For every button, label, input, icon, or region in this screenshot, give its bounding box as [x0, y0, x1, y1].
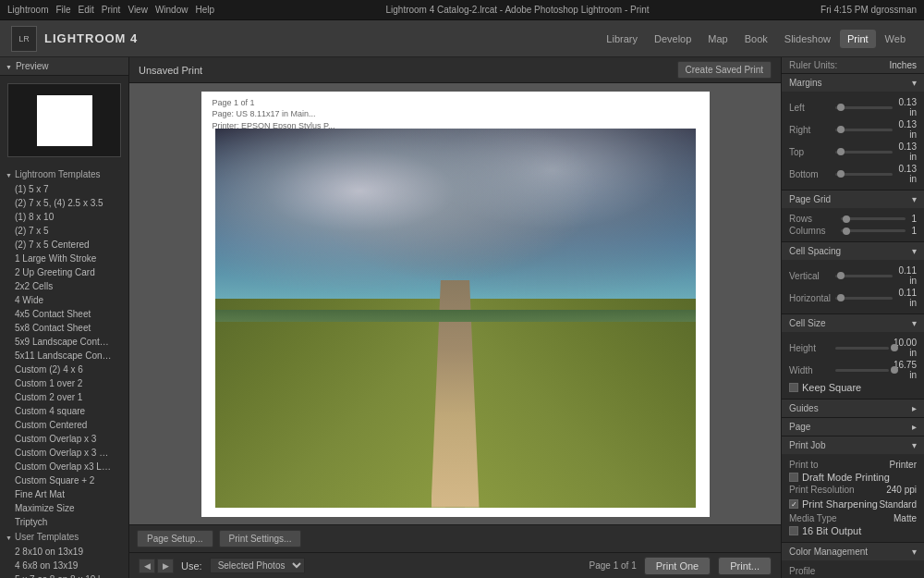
- margin-right-slider[interactable]: [835, 129, 893, 131]
- create-saved-print-button[interactable]: Create Saved Print: [677, 61, 772, 79]
- profile-label: Profile: [789, 566, 835, 576]
- page-setup-bar: Page Setup... Print Settings...: [129, 524, 781, 552]
- template-item[interactable]: (1) 8 x 10: [0, 210, 128, 224]
- template-item[interactable]: Triptych: [0, 515, 128, 529]
- tab-book[interactable]: Book: [737, 30, 775, 48]
- columns-slider[interactable]: [841, 229, 906, 232]
- media-type-value[interactable]: Matte: [894, 513, 917, 523]
- tab-slideshow[interactable]: Slideshow: [777, 30, 838, 48]
- vertical-spacing-slider[interactable]: [835, 275, 893, 277]
- template-item[interactable]: Custom (2) 4 x 6: [0, 363, 128, 376]
- margin-left-slider[interactable]: [835, 106, 893, 109]
- page-grid-content: Rows 1 Columns 1: [782, 208, 924, 241]
- page-label: Page 1 of 1: [213, 97, 335, 109]
- rows-slider[interactable]: [841, 217, 906, 220]
- print-button[interactable]: Print...: [718, 557, 772, 575]
- tab-web[interactable]: Web: [878, 30, 913, 48]
- bit-output-checkbox[interactable]: [789, 526, 798, 535]
- media-type-label: Media Type: [789, 513, 837, 523]
- template-item[interactable]: (2) 7 x 5: [0, 224, 128, 238]
- app-menu-lightroom[interactable]: Lightroom: [7, 5, 48, 15]
- margin-right-label: Right: [789, 125, 835, 135]
- cell-spacing-header[interactable]: Cell Spacing ▾: [782, 242, 924, 260]
- tab-library[interactable]: Library: [599, 30, 645, 48]
- next-page-button[interactable]: ▶: [157, 559, 174, 573]
- template-item[interactable]: 1 Large With Stroke: [0, 252, 128, 265]
- margins-section-header[interactable]: Margins ▾: [782, 74, 924, 92]
- guides-header[interactable]: Guides ▸: [782, 400, 924, 417]
- template-item[interactable]: 4 Wide: [0, 293, 128, 307]
- horizontal-spacing-slider[interactable]: [835, 297, 893, 300]
- template-item[interactable]: Custom Centered: [0, 418, 128, 432]
- page-grid-header[interactable]: Page Grid ▾: [782, 191, 924, 208]
- tab-develop[interactable]: Develop: [647, 30, 699, 48]
- print-page: Page 1 of 1 Page: US 8.11x17 in Main... …: [201, 92, 710, 517]
- app-menu-file[interactable]: File: [55, 5, 70, 15]
- horizontal-spacing-row: Horizontal 0.11 in: [789, 288, 917, 308]
- template-item[interactable]: 5 x 7 as 8 on 8 x 10 letter p...: [0, 572, 128, 578]
- tab-print[interactable]: Print: [840, 30, 876, 48]
- print-job-header[interactable]: Print Job ▾: [782, 437, 924, 454]
- template-item[interactable]: Custom Square + 2: [0, 473, 128, 487]
- template-item[interactable]: 4 6x8 on 13x19: [0, 559, 128, 572]
- color-management-content: Profile Epson_SP3880_Hot_Press_Bright_MK…: [782, 560, 924, 578]
- color-management-header[interactable]: Color Management ▾: [782, 543, 924, 560]
- guides-label: Guides: [789, 403, 819, 413]
- width-slider[interactable]: [835, 369, 889, 372]
- template-item[interactable]: Maximize Size: [0, 501, 128, 515]
- template-item[interactable]: Fine Art Mat: [0, 487, 128, 501]
- app-menu-help[interactable]: Help: [195, 5, 214, 15]
- template-item[interactable]: Custom Overlap x 3: [0, 432, 128, 446]
- height-slider[interactable]: [835, 347, 889, 350]
- template-item[interactable]: Custom Overlap x 3 Border: [0, 446, 128, 460]
- content-area: Preview Lightroom Templates (1) 5 x 7 (2…: [0, 57, 924, 578]
- template-item[interactable]: (1) 5 x 7: [0, 182, 128, 196]
- keep-square-checkbox[interactable]: [789, 383, 798, 392]
- app-menu-edit[interactable]: Edit: [79, 5, 94, 15]
- template-item[interactable]: 4x5 Contact Sheet: [0, 307, 128, 321]
- horizon-layer: [215, 310, 696, 321]
- template-item[interactable]: (2) 7 x 5 Centered: [0, 238, 128, 252]
- page-section: Page ▸: [782, 418, 924, 437]
- margin-top-value: 0.13 in: [893, 141, 917, 162]
- template-item[interactable]: Custom Overlap x3 Lands...: [0, 460, 128, 473]
- template-item[interactable]: Custom 4 square: [0, 404, 128, 418]
- margin-bottom-slider[interactable]: [835, 173, 893, 176]
- page-header[interactable]: Page ▸: [782, 418, 924, 436]
- vertical-label: Vertical: [789, 271, 835, 281]
- template-item[interactable]: 5x9 Landscape Contact Sheet: [0, 335, 128, 349]
- template-item[interactable]: 5x8 Contact Sheet: [0, 321, 128, 335]
- lightroom-templates-section[interactable]: Lightroom Templates: [0, 166, 128, 182]
- print-settings-button[interactable]: Print Settings...: [219, 530, 302, 547]
- template-item[interactable]: (2) 7 x 5, (4) 2.5 x 3.5: [0, 196, 128, 210]
- print-sharpening-value[interactable]: Standard: [879, 499, 917, 510]
- app-menu-window[interactable]: Window: [155, 5, 188, 15]
- topbar-left: Lightroom File Edit Print View Window He…: [7, 5, 214, 15]
- draft-mode-label: Draft Mode Printing: [802, 472, 890, 483]
- template-item[interactable]: Custom 1 over 2: [0, 376, 128, 390]
- margin-top-slider[interactable]: [835, 151, 893, 154]
- prev-page-button[interactable]: ◀: [139, 559, 155, 573]
- print-to-value[interactable]: Printer: [890, 460, 917, 470]
- user-templates-section[interactable]: User Templates: [0, 529, 128, 545]
- cell-size-collapse-icon: ▾: [912, 318, 917, 328]
- page-setup-button[interactable]: Page Setup...: [137, 530, 213, 547]
- use-photos-select[interactable]: Selected Photos: [210, 558, 305, 573]
- print-sharpening-checkbox[interactable]: ✓: [789, 499, 798, 509]
- app-menu-view[interactable]: View: [128, 5, 148, 15]
- guides-section: Guides ▸: [782, 400, 924, 418]
- cell-size-header[interactable]: Cell Size ▾: [782, 314, 924, 332]
- template-item[interactable]: 2x2 Cells: [0, 279, 128, 293]
- template-item[interactable]: 2 8x10 on 13x19: [0, 545, 128, 559]
- template-item[interactable]: 2 Up Greeting Card: [0, 265, 128, 279]
- app-menu-print[interactable]: Print: [102, 5, 121, 15]
- preview-section-header[interactable]: Preview: [0, 57, 128, 76]
- tab-map[interactable]: Map: [700, 30, 735, 48]
- profile-row: Profile: [789, 566, 917, 576]
- draft-mode-checkbox[interactable]: [789, 473, 798, 482]
- print-one-button[interactable]: Print One: [644, 557, 711, 575]
- template-item[interactable]: Custom 2 over 1: [0, 390, 128, 404]
- horizontal-value: 0.11 in: [893, 288, 917, 308]
- template-item[interactable]: 5x11 Landscape Contact S...: [0, 349, 128, 363]
- ruler-units-value[interactable]: Inches: [890, 60, 917, 70]
